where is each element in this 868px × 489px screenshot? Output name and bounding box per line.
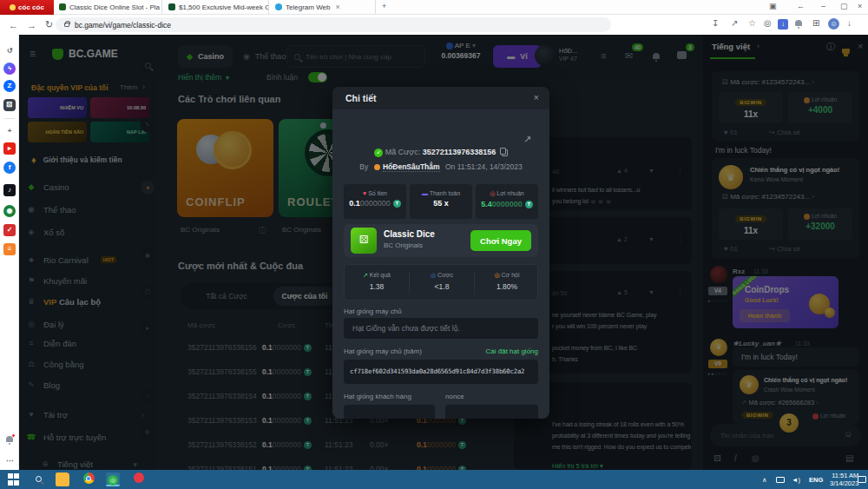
stat-value: 55 x xyxy=(410,199,472,208)
profile-avatar[interactable]: ☺ xyxy=(828,18,839,30)
bet-details-modal: Chi tiết × ↗ ✓ Mã Cược: 3527211397633815… xyxy=(332,87,549,419)
lock-icon xyxy=(64,23,69,27)
minimize-button[interactable]: – xyxy=(821,2,825,10)
tray-expand-icon[interactable]: ∧ xyxy=(762,470,767,489)
windows-taskbar: ◎ ∧ ◄) ENG 11:51 AM 3/14/2023 xyxy=(0,470,868,489)
tab-promo[interactable]: $1,500 Exclusive Mid-week C × xyxy=(163,0,269,14)
add-app-icon[interactable]: + xyxy=(3,125,16,137)
notification-bell-icon[interactable] xyxy=(3,434,16,446)
forward-icon[interactable]: → xyxy=(27,20,36,30)
modal-title: Chi tiết xyxy=(345,93,377,103)
share-icon[interactable]: ↗ xyxy=(731,18,738,28)
youtube-icon[interactable]: ▸ xyxy=(3,142,16,155)
share-bet-icon[interactable]: ↗ xyxy=(523,134,531,145)
cart-icon[interactable]: ≡ xyxy=(3,243,16,255)
notification-shape xyxy=(858,476,866,483)
copy-icon[interactable] xyxy=(502,149,508,156)
hashed-seed-field[interactable]: cf718ef602d341593da0a28d6565d91c84d7d3f3… xyxy=(344,360,538,384)
browser-chrome: cốc cốc Classic Dice Online Slot - Pla ×… xyxy=(0,0,868,35)
screen: cốc cốc Classic Dice Online Slot - Pla ×… xyxy=(0,0,868,489)
taskbar-search-icon[interactable] xyxy=(31,472,45,486)
game-center-icon[interactable]: ⚄ xyxy=(3,99,16,111)
stat-value: 1.38 xyxy=(345,282,409,291)
chrome-icon[interactable] xyxy=(82,472,95,486)
tab-title: $1,500 Exclusive Mid-week C xyxy=(179,3,269,11)
stat-label: Lợi nhuận xyxy=(496,190,523,196)
client-seed-field[interactable] xyxy=(344,405,435,419)
red-app-icon[interactable] xyxy=(132,472,146,486)
server-seed-label: Hạt giống máy chủ xyxy=(344,307,402,315)
hashed-seed-label: Hạt giống máy chủ (băm) xyxy=(344,347,422,355)
classic-dice-tile-icon: ⚄ xyxy=(351,228,377,254)
profit-icon: ◎ xyxy=(490,190,495,196)
tether-coin-icon: T xyxy=(525,201,533,208)
back-icon[interactable]: ← xyxy=(9,20,18,30)
stat-amount: ♥ Số tiền 0.10000000T xyxy=(344,184,406,219)
extension-icon[interactable]: ⊞ xyxy=(812,18,819,28)
tiktok-icon[interactable]: ♪ xyxy=(3,184,16,196)
play-now-button[interactable]: Chơi Ngay xyxy=(470,230,531,251)
stat-bet-target: ◎ Cược <1.8 xyxy=(410,265,474,301)
result-icon: ↗ xyxy=(363,272,368,278)
bookmark-star-icon[interactable]: ☆ xyxy=(748,18,756,28)
network-icon[interactable] xyxy=(776,470,785,489)
language-indicator[interactable]: ENG xyxy=(809,470,823,489)
save-tray-icon[interactable]: ↧ xyxy=(712,18,719,28)
coccoc-taskbar-icon[interactable]: ◎ xyxy=(106,472,120,486)
close-window-button[interactable]: × xyxy=(858,2,862,10)
game-name: Classic Dice xyxy=(384,229,435,239)
adblock-icon[interactable]: ◎ xyxy=(764,18,772,28)
tab-telegram[interactable]: Telegram Web × xyxy=(270,0,376,14)
sync-arrow-icon[interactable]: ← xyxy=(797,2,805,10)
stat-label: Thanh toán xyxy=(430,190,460,196)
action-center-icon[interactable] xyxy=(858,470,866,489)
modal-header: Chi tiết × xyxy=(332,87,549,109)
red-dot-badge xyxy=(11,433,16,438)
download-icon[interactable]: ↓ xyxy=(847,18,852,28)
modal-close-icon[interactable]: × xyxy=(534,92,539,102)
url-text[interactable]: bc.game/vi/game/classic-dice xyxy=(75,21,171,30)
server-seed-field[interactable]: Hạt Giống vẫn chưa được tiết lộ. xyxy=(344,318,538,339)
browser-logo: cốc cốc xyxy=(0,0,54,15)
start-button[interactable] xyxy=(7,472,21,486)
bell-shape xyxy=(795,20,802,26)
panel-icon[interactable]: ▣ xyxy=(769,2,777,10)
zalo-icon[interactable]: Z xyxy=(3,80,16,92)
maximize-button[interactable]: ▢ xyxy=(840,2,848,10)
address-bar[interactable]: bc.game/vi/game/classic-dice xyxy=(56,17,611,32)
reload-icon[interactable]: ↻ xyxy=(45,19,53,30)
facebook-icon[interactable]: f xyxy=(3,162,16,174)
extension-bell-icon[interactable] xyxy=(795,18,802,28)
messenger-icon[interactable]: ϟ xyxy=(3,63,16,75)
tab-title: Classic Dice Online Slot - Pla xyxy=(69,3,160,11)
on-label: On xyxy=(445,162,455,171)
tab-close-icon[interactable]: × xyxy=(335,3,339,11)
bet-byline: By HổĐenSâuThẳm On 11:51:24, 14/3/2023 xyxy=(332,162,549,171)
bettor-username[interactable]: HổĐenSâuThẳm xyxy=(383,162,440,172)
nonce-field[interactable] xyxy=(445,405,538,419)
history-icon[interactable]: ↺ xyxy=(3,45,16,57)
new-tab-button[interactable]: + xyxy=(382,2,386,10)
red-app-shape xyxy=(134,472,144,483)
coccoc-logo-icon xyxy=(10,4,16,10)
todo-icon[interactable]: ✓ xyxy=(3,224,16,236)
browser-toolbar: ← → ↻ bc.game/vi/game/classic-dice ↧ ↗ ☆… xyxy=(0,15,868,35)
nonce-label: nonce xyxy=(445,393,464,400)
chrome-shape xyxy=(83,472,95,484)
network-shape xyxy=(776,477,785,483)
more-apps-icon[interactable]: ⋯ xyxy=(3,455,16,467)
client-seed-label: Hạt giống khách hàng xyxy=(344,393,411,400)
search-shape xyxy=(36,476,42,482)
seed-settings-link[interactable]: Cài đặt hạt giống xyxy=(486,347,539,355)
volume-icon[interactable]: ◄) xyxy=(792,470,800,489)
tab-classic-dice[interactable]: Classic Dice Online Slot - Pla × xyxy=(54,0,162,14)
game-provider: BC Originals xyxy=(384,241,423,249)
divider xyxy=(4,118,15,119)
file-explorer-icon[interactable] xyxy=(56,472,69,486)
sports-icon[interactable]: ◉ xyxy=(3,205,16,217)
download-manager-icon[interactable]: ↓ xyxy=(778,19,788,30)
browser-app-strip: ↺ ϟ Z ⚄ + ▸ f ♪ ◉ ✓ ≡ ⋯ xyxy=(0,35,19,470)
bet-id-value: 35272113976338156 xyxy=(423,148,496,156)
clock[interactable]: 11:51 AM 3/14/2023 xyxy=(830,470,858,489)
stat-profit: ◎ Lợi nhuận 5.40000000T xyxy=(476,184,538,219)
